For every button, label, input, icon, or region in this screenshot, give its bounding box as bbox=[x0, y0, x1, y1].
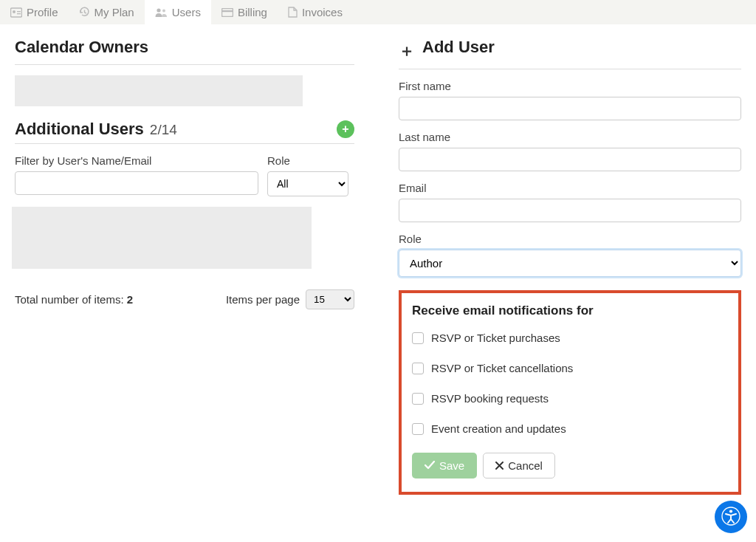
filter-name-input[interactable] bbox=[15, 171, 258, 195]
tab-label: Invoices bbox=[302, 6, 343, 18]
notif-label: RSVP or Ticket purchases bbox=[431, 332, 560, 344]
id-card-icon bbox=[10, 7, 22, 18]
svg-point-4 bbox=[157, 8, 160, 12]
divider bbox=[15, 64, 354, 65]
svg-point-1 bbox=[13, 10, 16, 13]
checkbox-rsvp-cancellations[interactable] bbox=[412, 363, 424, 374]
users-count: 2/14 bbox=[150, 122, 177, 138]
plus-icon: ＋ bbox=[399, 40, 415, 62]
accessibility-icon bbox=[721, 507, 740, 509]
filter-role-label: Role bbox=[267, 154, 348, 167]
close-icon bbox=[495, 459, 504, 472]
tab-label: Billing bbox=[238, 6, 267, 18]
cancel-label: Cancel bbox=[508, 459, 543, 472]
add-user-circle-button[interactable]: + bbox=[337, 120, 354, 138]
checkbox-event-updates[interactable] bbox=[412, 423, 424, 435]
tab-label: Users bbox=[172, 6, 201, 18]
email-label: Email bbox=[399, 182, 741, 194]
notifications-title: Receive email notifications for bbox=[412, 303, 728, 318]
tab-label: Profile bbox=[27, 6, 58, 18]
filter-role-select[interactable]: All bbox=[267, 171, 348, 196]
ipp-label: Items per page bbox=[226, 293, 300, 306]
history-icon bbox=[79, 7, 90, 18]
role-label: Role bbox=[399, 233, 741, 245]
svg-rect-7 bbox=[221, 10, 233, 12]
email-input[interactable] bbox=[399, 199, 741, 222]
owner-placeholder bbox=[15, 75, 303, 106]
notif-label: Event creation and updates bbox=[431, 422, 566, 435]
ipp-select[interactable]: 15 bbox=[306, 289, 354, 309]
add-user-title: Add User bbox=[422, 38, 495, 57]
notifications-highlight: Receive email notifications for RSVP or … bbox=[399, 290, 741, 495]
credit-card-icon bbox=[221, 8, 233, 17]
tab-my-plan[interactable]: My Plan bbox=[69, 0, 145, 24]
svg-rect-6 bbox=[221, 8, 233, 16]
file-icon bbox=[288, 7, 298, 18]
cancel-button[interactable]: Cancel bbox=[483, 453, 555, 478]
save-label: Save bbox=[439, 459, 464, 472]
first-name-input[interactable] bbox=[399, 97, 741, 120]
checkbox-rsvp-purchases[interactable] bbox=[412, 332, 424, 344]
svg-rect-3 bbox=[17, 13, 21, 14]
check-icon bbox=[425, 459, 435, 472]
filter-name-label: Filter by User's Name/Email bbox=[15, 154, 258, 167]
additional-users-title: Additional Users bbox=[15, 120, 144, 139]
tab-billing[interactable]: Billing bbox=[211, 0, 278, 24]
last-name-input[interactable] bbox=[399, 148, 741, 171]
role-select[interactable]: Author bbox=[399, 250, 741, 277]
calendar-owners-title: Calendar Owners bbox=[15, 38, 354, 57]
users-list-placeholder bbox=[12, 207, 312, 269]
tab-profile[interactable]: Profile bbox=[0, 0, 69, 24]
svg-rect-2 bbox=[17, 11, 21, 12]
last-name-label: Last name bbox=[399, 131, 741, 143]
save-button[interactable]: Save bbox=[412, 453, 477, 478]
tab-invoices[interactable]: Invoices bbox=[278, 0, 353, 24]
notif-label: RSVP booking requests bbox=[431, 392, 549, 405]
svg-rect-0 bbox=[11, 8, 22, 17]
account-tabs: Profile My Plan Users Billing Invoices bbox=[0, 0, 756, 24]
divider bbox=[399, 69, 741, 69]
tab-label: My Plan bbox=[94, 6, 134, 18]
first-name-label: First name bbox=[399, 80, 741, 92]
svg-point-8 bbox=[722, 507, 740, 509]
totals-text: Total number of items: 2 bbox=[15, 293, 133, 306]
users-icon bbox=[155, 7, 168, 18]
divider bbox=[15, 143, 354, 144]
svg-point-5 bbox=[162, 9, 165, 12]
notif-label: RSVP or Ticket cancellations bbox=[431, 362, 573, 374]
tab-users[interactable]: Users bbox=[145, 0, 211, 24]
plus-icon: + bbox=[342, 123, 348, 136]
checkbox-booking-requests[interactable] bbox=[412, 393, 424, 405]
